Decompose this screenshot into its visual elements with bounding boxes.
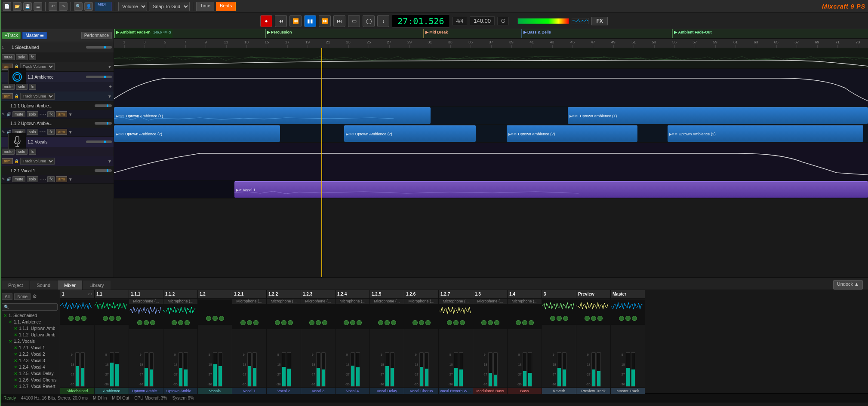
ch-label-11[interactable]: Vocal Reverb Wash [439,388,473,394]
tree-item-11[interactable]: ✕1.2.7. Vocal Revert [0,383,60,390]
ch-knob-16-1[interactable] [625,316,631,321]
ch-knob-0-1[interactable] [75,316,80,321]
ch-knob-10-2[interactable] [425,320,431,325]
ch-fader-1-0[interactable] [110,352,114,387]
tab-mixer[interactable]: Mixer [58,281,82,290]
ch-fader-2-0[interactable] [144,352,148,387]
stop-btn[interactable]: ▮▮ [304,15,316,27]
ch-fader-15-1[interactable] [597,352,601,387]
tree-item-5[interactable]: ✕1.2.1. Vocal 1 [0,345,60,351]
mute-btn-11[interactable]: mute [2,84,15,90]
ch-fader-12-1[interactable] [493,352,498,387]
track-volume-11[interactable] [86,76,112,78]
search-icon[interactable]: 🔍 [74,2,83,11]
clip-112-1[interactable]: ▶⟳⟳ Uptown Ambience (2) [114,125,280,142]
ch-label-5[interactable]: Vocal 1 [232,388,266,394]
ch-knob-1-0[interactable] [103,316,108,321]
ch-fader-7-0[interactable] [316,352,320,387]
ch-fader-10-0[interactable] [419,352,424,387]
solo-btn-111[interactable]: solo [27,111,38,117]
tempo-display[interactable]: 140.00 [470,16,495,25]
ch-knob-6-2[interactable] [288,320,293,325]
ch-knob-13-0[interactable] [516,320,521,325]
ch-fader-5-0[interactable] [247,352,252,387]
ch-knob-11-1[interactable] [453,320,459,325]
ch-knob-8-2[interactable] [357,320,362,325]
midi-btn[interactable]: MIDI [95,2,112,11]
ch-fader-9-1[interactable] [390,352,394,387]
tree-search-input[interactable] [2,303,58,311]
sync-btn[interactable]: ↕ [377,15,389,27]
ch-fader-8-1[interactable] [356,352,360,387]
fx-btn-111[interactable]: fx [47,111,55,117]
ch-label-2[interactable]: Uptown Ambie... [129,388,163,394]
ch-fader-2-1[interactable] [149,352,154,387]
clip-112-2[interactable]: ▶⟳⟳ Uptown Ambience (2) [344,125,476,142]
ch-knob-8-0[interactable] [344,320,349,325]
all-btn[interactable]: All [2,293,12,300]
tree-item-9[interactable]: ✕1.2.5. Vocal Delay [0,370,60,377]
tab-project[interactable]: Project [2,281,29,290]
ch-label-14[interactable]: Reverb [542,388,576,394]
ch-knob-6-1[interactable] [281,320,286,325]
add-track-btn[interactable]: +Track [2,32,21,39]
ch-knob-16-0[interactable] [619,316,624,321]
tab-library[interactable]: Library [83,281,111,290]
clip-112-4[interactable]: ▶⟳⟳ Uptown Ambience (2) [668,125,864,142]
ch-fader-12-0[interactable] [488,352,492,387]
ch-label-10[interactable]: Vocal Chorus [404,388,438,394]
extra-icon[interactable]: ☰ [34,2,42,11]
ch-fader-14-1[interactable] [562,352,566,387]
ch-label-16[interactable]: Master Track [611,388,645,394]
solo-btn-11[interactable]: solo [16,84,28,90]
new-file-icon[interactable]: 📄 [3,2,11,11]
clip-111-1[interactable]: ▶⟳⟳ Uptown Ambience (1) [114,107,431,124]
expand-1[interactable]: ▼ [108,64,112,69]
ch-label-12[interactable]: Modulated Bass [473,388,507,394]
ch-label-6[interactable]: Vocal 2 [267,388,301,394]
ch-label-7[interactable]: Vocal 3 [301,388,335,394]
track-volume-112[interactable] [95,122,112,125]
save-icon[interactable]: 💾 [23,2,32,11]
ch-label-15[interactable]: Preview Track [576,388,610,394]
tree-item-3[interactable]: ✕1.1.2. Uptown Amb [0,332,60,338]
ch-knob-10-1[interactable] [419,320,424,325]
ch-fader-6-0[interactable] [282,352,286,387]
expand-12[interactable]: ▼ [108,159,112,164]
ch-fader-13-0[interactable] [523,352,527,387]
open-file-icon[interactable]: 📂 [13,2,22,11]
ch-fader-1-1[interactable] [115,352,119,387]
beats-btn[interactable]: Beats [216,2,236,11]
ch-knob-5-1[interactable] [247,320,252,325]
ch-fader-10-1[interactable] [425,352,429,387]
ch-knob-1-2[interactable] [116,316,121,321]
track-volume-111[interactable] [95,104,112,107]
metronome-btn[interactable]: ◯ [363,15,375,27]
ch-knob-0-0[interactable] [68,316,74,321]
fx-btn-1[interactable]: fx [29,54,36,60]
ch-fader-11-1[interactable] [459,352,463,387]
mute-btn-121[interactable]: mute [12,176,25,182]
solo-btn-121[interactable]: solo [27,176,38,182]
add-btn-11[interactable]: + [109,84,112,90]
ch-label-1[interactable]: Ambience [95,388,129,394]
ch-fader-7-1[interactable] [321,352,326,387]
ch-fader-11-0[interactable] [454,352,458,387]
ch-fader-14-0[interactable] [557,352,561,387]
arm-btn-12[interactable]: arm [2,158,13,164]
ch-knob-7-0[interactable] [309,320,314,325]
track-volume-12[interactable] [86,140,112,143]
ch-fader-0-1[interactable] [80,352,85,387]
arm-btn-112[interactable]: arm [56,129,67,135]
mute-btn-111[interactable]: mute [12,111,25,117]
tree-item-8[interactable]: ✕1.2.4. Vocal 4 [0,364,60,370]
tree-item-7[interactable]: ✕1.2.3. Vocal 3 [0,357,60,364]
ch-fader-16-0[interactable] [626,352,630,387]
ch-fader-5-1[interactable] [252,352,257,387]
expand-11[interactable]: ▼ [108,94,112,99]
ch-knob-15-0[interactable] [585,316,590,321]
fx-btn-121[interactable]: fx [47,176,55,182]
tree-item-0[interactable]: ✕1. Sidechained [0,312,60,319]
ch-knob-15-2[interactable] [597,316,603,321]
performance-btn[interactable]: Performance [81,32,112,39]
